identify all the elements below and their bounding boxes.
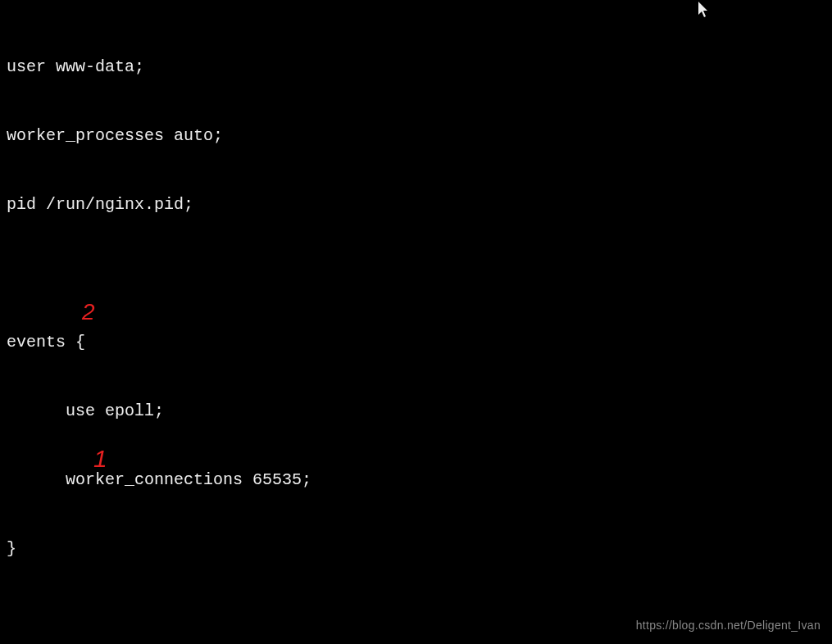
- code-line: }: [7, 537, 825, 560]
- code-line: worker_connections 65535;: [7, 469, 825, 492]
- code-line: events {: [7, 331, 825, 354]
- code-line: worker_processes auto;: [7, 125, 825, 147]
- nginx-config-code-block: user www-data; worker_processes auto; pi…: [7, 10, 825, 644]
- code-line: user www-data;: [7, 56, 825, 79]
- code-line: pid /run/nginx.pid;: [7, 193, 825, 216]
- code-line: [7, 262, 825, 285]
- source-watermark: https://blog.csdn.net/Deligent_Ivan: [636, 618, 821, 634]
- code-line: use epoll;: [7, 400, 825, 423]
